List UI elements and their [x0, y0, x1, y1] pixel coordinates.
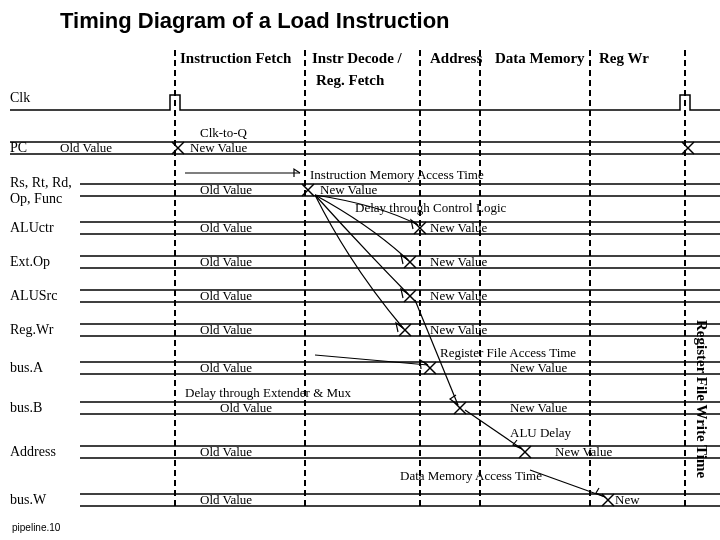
- busw-old: Old Value: [200, 492, 252, 508]
- address-new: New Value: [555, 444, 612, 460]
- row-extop: Ext.Op: [10, 254, 50, 270]
- row-alusrc: ALUSrc: [10, 288, 57, 304]
- ctrl-label: Delay through Control Logic: [355, 200, 506, 216]
- busa-new: New Value: [510, 360, 567, 376]
- regacc-label: Register File Access Time: [440, 345, 576, 361]
- busb-old: Old Value: [220, 400, 272, 416]
- stage-regfetch: Reg. Fetch: [316, 72, 384, 89]
- row-regwr: Reg.Wr: [10, 322, 53, 338]
- address-old: Old Value: [200, 444, 252, 460]
- stage-decode: Instr Decode /: [312, 50, 402, 67]
- stage-address: Address: [430, 50, 482, 67]
- busb-new: New Value: [510, 400, 567, 416]
- busw-new: New: [615, 492, 640, 508]
- row-busa: bus.A: [10, 360, 43, 376]
- rs-new: New Value: [320, 182, 377, 198]
- extop-new: New Value: [430, 254, 487, 270]
- row-rs: Rs, Rt, Rd, Op, Func: [10, 175, 72, 207]
- imem-label: Instruction Memory Access Time: [310, 167, 484, 183]
- footer: pipeline.10: [12, 522, 60, 533]
- row-pc: PC: [10, 140, 27, 156]
- pc-old: Old Value: [60, 140, 112, 156]
- busa-old: Old Value: [200, 360, 252, 376]
- dmem-label: Data Memory Access Time: [400, 468, 542, 484]
- row-clk: Clk: [10, 90, 30, 106]
- stage-datamem: Data Memory: [495, 50, 585, 67]
- pc-new: New Value: [190, 140, 247, 156]
- row-busb: bus.B: [10, 400, 42, 416]
- aluctr-old: Old Value: [200, 220, 252, 236]
- side-label: Register File Write Time: [693, 320, 710, 478]
- alusrc-new: New Value: [430, 288, 487, 304]
- regwr-new: New Value: [430, 322, 487, 338]
- extmux-label: Delay through Extender & Mux: [185, 385, 351, 401]
- svg-line-29: [315, 355, 428, 365]
- title: Timing Diagram of a Load Instruction: [60, 8, 450, 34]
- clk-to-q: Clk-to-Q: [200, 125, 247, 141]
- row-address: Address: [10, 444, 56, 460]
- extop-old: Old Value: [200, 254, 252, 270]
- row-busw: bus.W: [10, 492, 46, 508]
- aluctr-new: New Value: [430, 220, 487, 236]
- alusrc-old: Old Value: [200, 288, 252, 304]
- stage-fetch: Instruction Fetch: [180, 50, 291, 67]
- regwr-old: Old Value: [200, 322, 252, 338]
- rs-old: Old Value: [200, 182, 252, 198]
- stage-regwr: Reg Wr: [599, 50, 649, 67]
- row-aluctr: ALUctr: [10, 220, 54, 236]
- aludelay-label: ALU Delay: [510, 425, 571, 441]
